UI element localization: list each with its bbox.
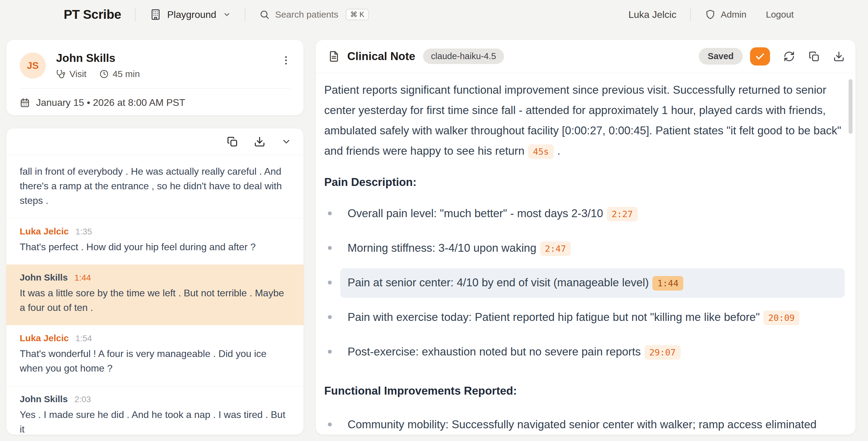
- collapse-transcript-button[interactable]: [281, 136, 291, 147]
- note-header: Clinical Note claude-haiku-4.5 Saved: [316, 40, 856, 73]
- transcript-message[interactable]: Luka Jelcic 1:54 That's wonderful ! A fo…: [6, 325, 304, 386]
- timestamp-badge[interactable]: 20:09: [763, 311, 800, 325]
- transcript-message[interactable]: John Skills 2:03 Yes . I made sure he di…: [6, 386, 304, 435]
- speaker-name: John Skills: [20, 272, 68, 283]
- section-heading-pain: Pain Description:: [324, 176, 845, 189]
- avatar: JS: [20, 53, 46, 78]
- copy-transcript-button[interactable]: [226, 136, 238, 148]
- clock-icon: [99, 69, 109, 79]
- admin-link[interactable]: Admin: [705, 9, 746, 20]
- chevron-down-icon: [223, 11, 231, 19]
- bullet-dot: [328, 281, 332, 284]
- regenerate-note-button[interactable]: [783, 51, 795, 62]
- message-timestamp: 1:35: [75, 227, 92, 237]
- note-paragraph-text: Patient reports significant functional i…: [324, 84, 841, 157]
- calendar-icon: [20, 98, 30, 108]
- user-name: Luka Jelcic: [628, 9, 676, 20]
- message-text: That's perfect . How did your hip feel d…: [20, 240, 290, 254]
- speaker-name: John Skills: [20, 394, 68, 404]
- section-heading-functional: Functional Improvements Reported:: [324, 385, 845, 397]
- bullet-text: Post-exercise: exhaustion noted but no s…: [347, 345, 641, 358]
- search-placeholder: Search patients: [275, 9, 338, 20]
- message-text: fall in front of everybody . He was actu…: [20, 164, 290, 208]
- download-note-button[interactable]: [833, 51, 845, 62]
- divider: [20, 88, 290, 89]
- message-text: That's wonderful ! A four is very manage…: [20, 346, 290, 376]
- bullet-dot: [328, 246, 332, 250]
- visit-type-label: Visit: [69, 69, 87, 79]
- message-text: It was a little sore by the time we left…: [20, 286, 290, 315]
- timestamp-badge[interactable]: 2:47: [540, 242, 571, 256]
- note-bullet-highlighted[interactable]: Pain at senior center: 4/10 by end of vi…: [324, 272, 845, 293]
- stethoscope-icon: [56, 69, 66, 79]
- divider: [690, 8, 691, 21]
- pain-bullet-list: Overall pain level: "much better" - most…: [324, 203, 845, 363]
- scrollbar-thumb[interactable]: [848, 79, 852, 134]
- note-bullet[interactable]: Pain with exercise today: Patient report…: [324, 307, 845, 328]
- workspace-switcher[interactable]: Playground: [150, 8, 231, 21]
- timestamp-badge[interactable]: 45s: [528, 145, 554, 159]
- note-paragraph-suffix: .: [557, 145, 560, 157]
- bullet-dot: [328, 211, 332, 215]
- transcript-message-highlighted[interactable]: John Skills 1:44 It was a little sore by…: [6, 264, 304, 325]
- building-icon: [150, 8, 162, 21]
- transcript-messages: fall in front of everybody . He was actu…: [6, 155, 304, 435]
- bullet-text: Morning stiffness: 3-4/10 upon waking: [347, 242, 536, 254]
- app-title: PT Scribe: [64, 7, 121, 22]
- transcript-toolbar: [6, 128, 304, 155]
- bullet-text: Pain with exercise today: Patient report…: [347, 311, 760, 323]
- note-bullet[interactable]: Post-exercise: exhaustion noted but no s…: [324, 342, 845, 363]
- admin-label: Admin: [721, 9, 746, 20]
- timestamp-badge-active[interactable]: 1:44: [652, 276, 683, 290]
- message-text: Yes . I made sure he did . And he took a…: [20, 407, 290, 435]
- divider: [245, 8, 245, 21]
- workspace-label: Playground: [167, 9, 216, 20]
- speaker-name: Luka Jelcic: [20, 333, 69, 343]
- note-bullet[interactable]: Community mobility: Successfully navigat…: [324, 414, 845, 435]
- copy-note-button[interactable]: [808, 51, 820, 62]
- patient-card: JS John Skills Visit 45 min January 15 •: [6, 39, 304, 116]
- bullet-dot: [328, 350, 332, 354]
- more-options-button[interactable]: [280, 54, 292, 67]
- top-header: PT Scribe Playground Search patients ⌘ K…: [0, 0, 868, 29]
- note-title: Clinical Note: [347, 50, 415, 63]
- note-bullet[interactable]: Overall pain level: "much better" - most…: [324, 203, 845, 224]
- note-bullet[interactable]: Morning stiffness: 3-4/10 upon waking2:4…: [324, 238, 845, 259]
- search-patients-button[interactable]: Search patients ⌘ K: [259, 9, 369, 20]
- transcript-message[interactable]: fall in front of everybody . He was actu…: [6, 155, 304, 218]
- logout-button[interactable]: Logout: [766, 9, 794, 20]
- shield-icon: [705, 9, 716, 20]
- bullet-dot: [328, 315, 332, 319]
- bullet-text: Pain at senior center: 4/10 by end of vi…: [347, 276, 649, 289]
- divider: [135, 8, 135, 21]
- message-timestamp: 1:54: [75, 334, 92, 343]
- keyboard-shortcut-badge: ⌘ K: [346, 9, 369, 20]
- timestamp-badge[interactable]: 29:07: [645, 345, 681, 360]
- note-paragraph: Patient reports significant functional i…: [324, 80, 845, 162]
- functional-bullet-list: Community mobility: Successfully navigat…: [324, 414, 845, 435]
- patient-name: John Skills: [56, 52, 140, 65]
- note-content: Patient reports significant functional i…: [316, 73, 856, 435]
- clinical-note-panel: Clinical Note claude-haiku-4.5 Saved Pat…: [315, 39, 856, 435]
- bullet-text: Community mobility: Successfully navigat…: [347, 418, 816, 435]
- timestamp-badge[interactable]: 2:27: [607, 207, 638, 221]
- message-timestamp: 1:44: [74, 273, 91, 283]
- speaker-name: Luka Jelcic: [20, 226, 69, 237]
- bullet-text: Overall pain level: "much better" - most…: [347, 207, 603, 220]
- visit-duration-label: 45 min: [113, 69, 140, 79]
- visit-datetime: January 15 • 2026 at 8:00 AM PST: [36, 97, 185, 108]
- bullet-dot: [328, 422, 332, 427]
- download-transcript-button[interactable]: [254, 136, 266, 148]
- model-badge: claude-haiku-4.5: [423, 49, 504, 64]
- search-icon: [259, 9, 270, 20]
- document-icon: [328, 50, 340, 62]
- message-timestamp: 2:03: [74, 395, 91, 404]
- save-status-badge: Saved: [699, 48, 743, 65]
- approve-note-button[interactable]: [750, 47, 770, 65]
- transcript-panel: fall in front of everybody . He was actu…: [6, 128, 304, 435]
- transcript-message[interactable]: Luka Jelcic 1:35 That's perfect . How di…: [6, 218, 304, 264]
